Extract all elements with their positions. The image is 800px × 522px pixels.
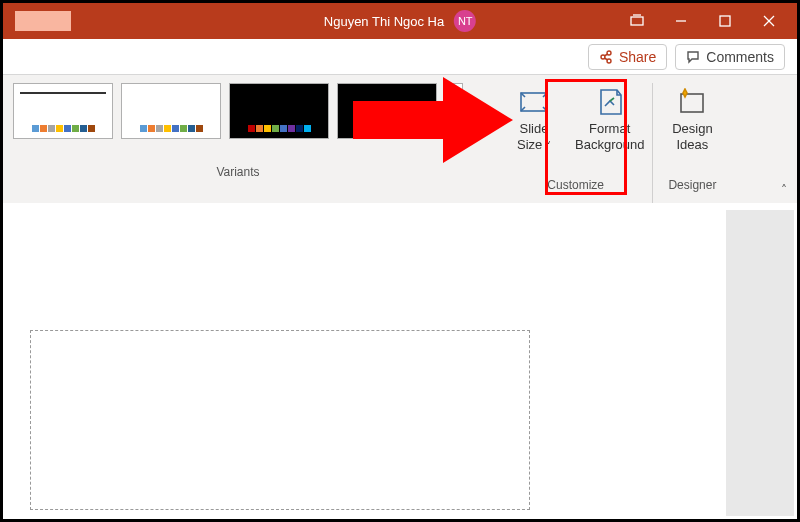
- variants-more-button[interactable]: ▲ ▼ ▾: [445, 83, 463, 139]
- user-name: Nguyen Thi Ngoc Ha: [324, 14, 444, 29]
- format-bg-label-2: Background: [575, 137, 644, 153]
- design-ideas-icon: [675, 87, 709, 117]
- svg-rect-2: [720, 16, 730, 26]
- designer-group: Design Ideas Designer: [661, 83, 723, 192]
- content-placeholder[interactable]: [30, 330, 530, 510]
- variant-thumb-2[interactable]: [121, 83, 221, 139]
- comment-icon: [686, 50, 700, 64]
- chevron-up-icon: ˄: [781, 183, 787, 197]
- ribbon: ▲ ▼ ▾ Variants Slide Size ˅ Format Backg…: [3, 75, 797, 203]
- customize-group: Slide Size ˅ Format Background Customize: [503, 83, 648, 192]
- maximize-button[interactable]: [703, 3, 747, 39]
- window-controls: [615, 3, 791, 39]
- customize-group-label: Customize: [547, 178, 604, 192]
- chevron-up-icon: ▲: [446, 84, 462, 102]
- design-ideas-button[interactable]: Design Ideas: [661, 83, 723, 152]
- slide-size-icon: [517, 87, 551, 117]
- svg-point-7: [607, 59, 611, 63]
- chevron-down-icon: ▼: [446, 102, 462, 120]
- share-label: Share: [619, 49, 656, 65]
- variant-thumb-1[interactable]: [13, 83, 113, 139]
- design-ideas-label-2: Ideas: [676, 137, 708, 153]
- avatar[interactable]: NT: [454, 10, 476, 32]
- slide-size-label-1: Slide: [520, 121, 549, 137]
- titlebar-center: Nguyen Thi Ngoc Ha NT: [324, 10, 476, 32]
- ribbon-display-options-button[interactable]: [615, 3, 659, 39]
- design-ideas-label-1: Design: [672, 121, 712, 137]
- format-background-button[interactable]: Format Background: [571, 83, 648, 152]
- minimize-button[interactable]: [659, 3, 703, 39]
- variant-thumb-3[interactable]: [229, 83, 329, 139]
- share-bar: Share Comments: [3, 39, 797, 75]
- dropdown-icon: ▾: [446, 121, 462, 138]
- close-button[interactable]: [747, 3, 791, 39]
- designer-group-label: Designer: [668, 178, 716, 192]
- svg-point-5: [607, 51, 611, 55]
- slide-size-button[interactable]: Slide Size ˅: [503, 83, 565, 152]
- variant-thumb-4[interactable]: [337, 83, 437, 139]
- chevron-down-icon: ˅: [546, 140, 551, 151]
- svg-rect-8: [521, 93, 547, 111]
- format-bg-label-1: Format: [589, 121, 630, 137]
- share-button[interactable]: Share: [588, 44, 667, 70]
- variants-group-label: Variants: [216, 165, 259, 179]
- collapse-ribbon-button[interactable]: ˄: [781, 183, 787, 197]
- comments-button[interactable]: Comments: [675, 44, 785, 70]
- variants-group: ▲ ▼ ▾ Variants: [13, 83, 463, 179]
- comments-label: Comments: [706, 49, 774, 65]
- format-background-icon: [593, 87, 627, 117]
- svg-point-6: [601, 55, 605, 59]
- share-icon: [599, 50, 613, 64]
- titlebar-left-placeholder: [15, 11, 71, 31]
- slide-canvas[interactable]: [6, 210, 726, 516]
- slide-size-label-2: Size: [517, 137, 542, 152]
- titlebar: Nguyen Thi Ngoc Ha NT: [3, 3, 797, 39]
- variants-row: ▲ ▼ ▾: [13, 83, 463, 139]
- ribbon-divider: [652, 83, 653, 203]
- canvas-area: [6, 210, 794, 516]
- svg-rect-0: [631, 17, 643, 25]
